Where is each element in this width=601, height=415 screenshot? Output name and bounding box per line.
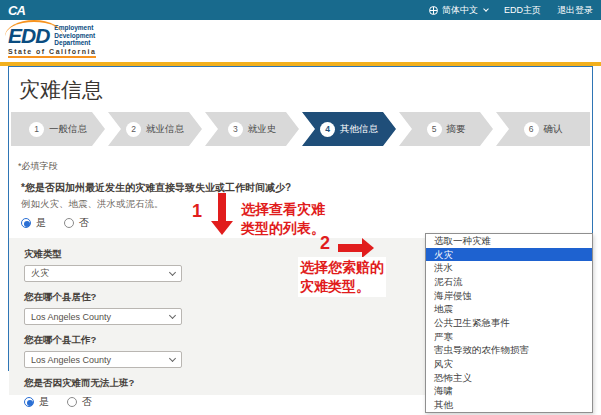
select-value: 火灾 — [31, 267, 49, 280]
chevron-down-icon — [169, 311, 176, 318]
radio-no-dot — [64, 218, 74, 228]
wizard-step-number: 5 — [427, 122, 442, 137]
dropdown-option[interactable]: 害虫导致的农作物损害 — [426, 344, 592, 358]
callout2-number: 2 — [320, 233, 330, 254]
dropdown-option[interactable]: 海啸 — [426, 385, 592, 399]
wizard-step-label: 就业史 — [248, 123, 277, 136]
wizard-step-1[interactable]: 1 一般信息 — [11, 112, 105, 146]
dropdown-option[interactable]: 海岸侵蚀 — [426, 289, 592, 303]
question-disaster-impact: *您是否因加州最近发生的灾难直接导致失业或工作时间减少? — [21, 181, 592, 195]
radio-yes[interactable]: 是 — [21, 216, 46, 230]
select-input-0[interactable]: 火灾 — [24, 265, 182, 282]
wizard-step-4[interactable]: 4 其他信息 — [302, 112, 396, 146]
wizard-step-3[interactable]: 3 就业史 — [205, 112, 299, 146]
page-title: 灾难信息 — [9, 67, 592, 110]
wizard-step-number: 2 — [126, 122, 141, 137]
wizard-step-label: 摘要 — [447, 123, 466, 136]
select-value: Los Angeles County — [31, 312, 111, 322]
callout1-number: 1 — [192, 201, 202, 222]
select-input-1[interactable]: Los Angeles County — [24, 308, 182, 325]
dropdown-option[interactable]: 泥石流 — [426, 275, 592, 289]
dropdown-option[interactable]: 公共卫生紧急事件 — [426, 316, 592, 330]
radio-no-2-dot — [67, 397, 77, 407]
language-selector[interactable]: 简体中文 — [429, 4, 488, 17]
radio-no-2[interactable]: 否 — [67, 395, 92, 409]
callout1-text: 选择查看灾难 类型的列表。 — [241, 200, 325, 238]
radio-yes-dot — [21, 218, 31, 228]
required-fields-note: *必填字段 — [18, 160, 592, 173]
chevron-down-icon — [169, 268, 176, 275]
disaster-type-dropdown-list: 选取一种灾难火灾洪水泥石流海岸侵蚀地震公共卫生紧急事件严寒害虫导致的农作物损害风… — [425, 233, 593, 413]
dropdown-option[interactable]: 严寒 — [426, 330, 592, 344]
page: CA 简体中文 EDD主页 退出登录 EDD Employment Develo… — [0, 0, 601, 415]
wizard-step-6[interactable]: 6 确认 — [496, 112, 590, 146]
callout1-down-arrow-icon — [211, 193, 233, 235]
brand-band: EDD Employment Development Department St… — [0, 20, 601, 62]
logout-link[interactable]: 退出登录 — [557, 4, 593, 17]
wizard-step-number: 1 — [29, 122, 44, 137]
wizard-step-label: 一般信息 — [49, 123, 87, 136]
select-input-2[interactable]: Los Angeles County — [24, 351, 182, 368]
callout2-text: 选择您索赔的 灾难类型。 — [298, 257, 386, 297]
dropdown-option[interactable]: 地震 — [426, 302, 592, 316]
radio-yes-2[interactable]: 是 — [24, 395, 49, 409]
select-value: Los Angeles County — [31, 355, 111, 365]
wizard-step-5[interactable]: 5 摘要 — [399, 112, 493, 146]
dropdown-option[interactable]: 风灾 — [426, 357, 592, 371]
ca-gov-logo: CA — [8, 3, 25, 18]
chevron-down-icon — [483, 6, 489, 12]
wizard-step-label: 确认 — [544, 123, 563, 136]
chevron-down-icon — [169, 354, 176, 361]
wizard-step-number: 4 — [320, 122, 335, 137]
dropdown-option[interactable]: 火灾 — [426, 248, 592, 262]
step-wizard: 1 一般信息 2 就业信息 3 就业史 4 其他信息 5 摘要 6 确认 — [11, 112, 590, 146]
dropdown-option[interactable]: 恐怖主义 — [426, 371, 592, 385]
wizard-step-number: 6 — [524, 122, 539, 137]
dropdown-option[interactable]: 其他 — [426, 398, 592, 412]
dropdown-option[interactable]: 洪水 — [426, 261, 592, 275]
radio-no[interactable]: 否 — [64, 216, 89, 230]
globe-icon — [429, 6, 438, 15]
dropdown-option[interactable]: 选取一种灾难 — [426, 234, 592, 248]
edd-logo-text: EDD — [8, 25, 49, 47]
radio-yes-2-dot — [24, 397, 34, 407]
wizard-step-label: 就业信息 — [146, 123, 184, 136]
wizard-step-2[interactable]: 2 就业信息 — [108, 112, 202, 146]
top-navigation-bar: CA 简体中文 EDD主页 退出登录 — [0, 0, 601, 20]
wizard-step-number: 3 — [228, 122, 243, 137]
edd-dept-text: Employment Development Department — [54, 24, 95, 47]
edd-home-link[interactable]: EDD主页 — [504, 4, 541, 17]
edd-logo: EDD Employment Development Department St… — [8, 24, 96, 58]
state-of-california-text: State of California — [8, 48, 96, 58]
language-label: 简体中文 — [442, 4, 478, 17]
wizard-step-label: 其他信息 — [340, 123, 378, 136]
callout2-right-arrow-icon — [338, 238, 374, 258]
